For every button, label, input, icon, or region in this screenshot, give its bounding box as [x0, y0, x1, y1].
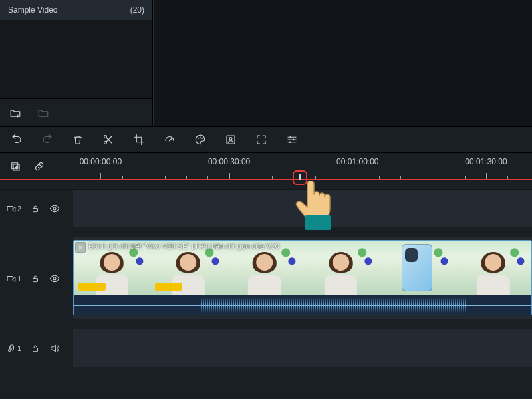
add-track-button[interactable]: [9, 160, 21, 172]
svg-rect-19: [33, 348, 38, 351]
track-video-1: 1 Đánh giá chi tiết "Vivo V20 SE" phiên …: [0, 237, 532, 319]
ai-portrait-button[interactable]: [225, 134, 237, 146]
timeline-ruler-controls: [0, 160, 73, 172]
unlock-icon[interactable]: [31, 274, 40, 283]
track-index: 2: [17, 205, 21, 213]
folder-icon[interactable]: [37, 107, 49, 119]
track-audio-1: 1: [0, 329, 532, 367]
media-bin-header[interactable]: Sample Video (20): [0, 0, 152, 20]
track-body-a1[interactable]: [73, 329, 532, 367]
track-head-v1: 1: [0, 237, 73, 319]
svg-point-18: [53, 277, 56, 280]
svg-point-15: [53, 207, 56, 210]
svg-point-7: [229, 138, 232, 140]
timeline-ruler[interactable]: 00:00:00:00 00:00:30:00 00:01:00:00 00:0…: [73, 153, 532, 180]
timestamp: 00:01:30:00: [465, 157, 507, 166]
video-track-icon: 2: [7, 205, 21, 213]
redo-button[interactable]: [41, 134, 53, 146]
svg-point-9: [293, 139, 294, 140]
timestamp: 00:01:00:00: [336, 157, 378, 166]
timeline-ruler-row: 00:00:00:00 00:00:30:00 00:01:00:00 00:0…: [0, 153, 532, 180]
svg-point-10: [289, 142, 291, 143]
svg-point-3: [198, 138, 199, 140]
color-button[interactable]: [194, 134, 206, 146]
unlock-icon[interactable]: [31, 344, 40, 353]
svg-point-5: [201, 138, 203, 140]
svg-rect-13: [7, 206, 13, 211]
svg-rect-14: [33, 208, 38, 211]
svg-rect-17: [33, 278, 38, 281]
adjust-button[interactable]: [286, 134, 298, 146]
visibility-icon[interactable]: [49, 273, 60, 284]
track-head-v2: 2: [0, 189, 73, 227]
media-bin-footer: [0, 98, 152, 126]
link-clips-button[interactable]: [33, 160, 45, 172]
split-button[interactable]: [102, 134, 114, 146]
clip-audio-waveform: [74, 295, 531, 315]
svg-point-8: [290, 136, 291, 138]
delete-button[interactable]: [72, 134, 84, 146]
video-clip[interactable]: Đánh giá chi tiết "Vivo V20 SE" phiên bả…: [73, 240, 532, 315]
track-body-v1[interactable]: Đánh giá chi tiết "Vivo V20 SE" phiên bả…: [73, 237, 532, 319]
unlock-icon[interactable]: [31, 204, 40, 213]
edit-toolbar: [0, 126, 532, 153]
folder-add-icon[interactable]: [9, 107, 21, 119]
svg-rect-11: [12, 163, 18, 169]
svg-rect-16: [7, 276, 13, 281]
ruler-ticks: [73, 170, 532, 180]
speaker-icon[interactable]: [49, 343, 60, 354]
undo-button[interactable]: [11, 134, 23, 146]
bin-count: (20): [130, 5, 144, 15]
media-bin-body: [0, 20, 152, 98]
timeline: 00:00:00:00 00:00:30:00 00:01:00:00 00:0…: [0, 153, 532, 367]
clip-title: Đánh giá chi tiết "Vivo V20 SE" phiên bả…: [88, 242, 529, 251]
timestamp: 00:00:30:00: [208, 157, 250, 166]
track-video-2: 2: [0, 189, 532, 227]
timestamp: 00:00:00:00: [80, 157, 122, 166]
track-body-v2[interactable]: [73, 189, 532, 227]
crop-button[interactable]: [133, 134, 145, 146]
bin-title: Sample Video: [8, 5, 58, 15]
preview-panel: [153, 0, 532, 126]
fit-button[interactable]: [255, 134, 267, 146]
media-bin: Sample Video (20): [0, 0, 153, 126]
audio-track-icon: 1: [7, 344, 21, 353]
svg-point-4: [200, 137, 201, 138]
track-index: 1: [17, 344, 21, 352]
track-head-a1: 1: [0, 329, 73, 367]
visibility-icon[interactable]: [49, 203, 60, 214]
track-index: 1: [17, 275, 21, 283]
clip-play-icon[interactable]: [75, 242, 86, 253]
video-editor: { "bin":{"title":"Sample Video","count":…: [0, 0, 532, 399]
speed-button[interactable]: [164, 134, 176, 146]
top-panels: Sample Video (20): [0, 0, 532, 126]
video-track-icon: 1: [7, 275, 21, 283]
timeline-baseline: [0, 179, 532, 180]
svg-point-2: [169, 140, 170, 142]
